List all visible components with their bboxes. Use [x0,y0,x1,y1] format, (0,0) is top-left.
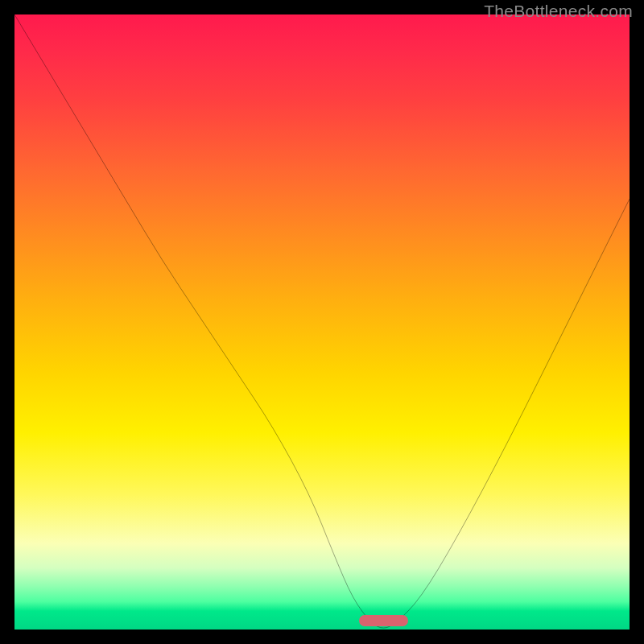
watermark-text: TheBottleneck.com [484,2,633,21]
bottleneck-curve [14,14,630,630]
optimal-range-marker [359,615,408,626]
plot-area [14,14,630,630]
chart-frame: TheBottleneck.com [0,0,644,644]
